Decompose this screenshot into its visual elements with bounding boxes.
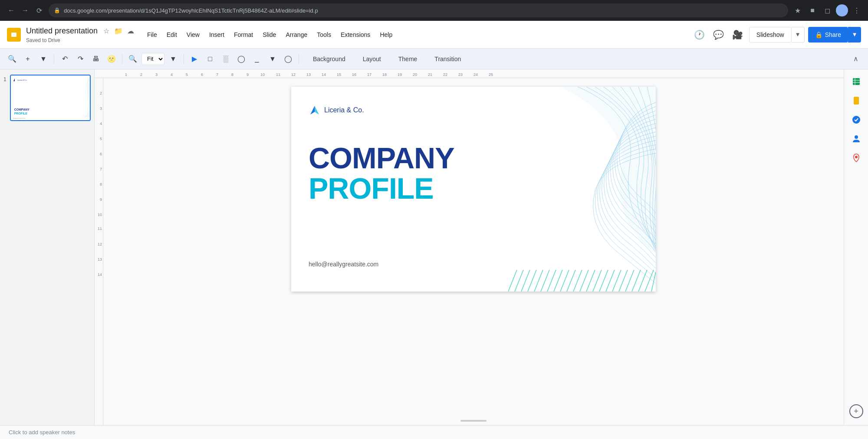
transition-button[interactable]: Transition bbox=[427, 52, 468, 66]
arrange-menu[interactable]: Arrange bbox=[281, 29, 312, 41]
view-menu[interactable]: View bbox=[182, 29, 204, 41]
tools-menu[interactable]: Tools bbox=[312, 29, 335, 41]
collapse-toolbar-button[interactable]: ∧ bbox=[849, 52, 863, 66]
share-button[interactable]: 🔒 Share bbox=[808, 27, 848, 43]
slide-panel: 1 Liceria & Co. COMPANY PROFILE bbox=[0, 69, 95, 425]
sidebar-keep-icon[interactable] bbox=[848, 92, 865, 109]
insert-menu[interactable]: Insert bbox=[205, 29, 229, 41]
redo-button[interactable]: ↷ bbox=[73, 52, 87, 66]
logo-text: Liceria & Co. bbox=[324, 106, 364, 114]
user-avatar[interactable] bbox=[836, 4, 848, 16]
cursor-tool[interactable]: ▶ bbox=[187, 52, 201, 66]
theme-button[interactable]: Theme bbox=[391, 52, 424, 66]
url-text: docs.google.com/presentation/d/1sQ1J4gTP… bbox=[64, 7, 318, 14]
thumb-profile-text: PROFILE bbox=[14, 112, 27, 115]
sidebar-sheets-icon[interactable] bbox=[848, 73, 865, 90]
help-menu[interactable]: Help bbox=[375, 29, 397, 41]
wave-decoration bbox=[456, 87, 656, 292]
divider-4 bbox=[299, 54, 299, 64]
saved-status-text: Saved to Drive bbox=[26, 37, 60, 43]
comments-button[interactable]: 💬 bbox=[711, 27, 727, 43]
cloud-button[interactable]: ☁ bbox=[125, 26, 136, 36]
layout-button[interactable]: Layout bbox=[356, 52, 388, 66]
canvas-scroll: Liceria & Co. bbox=[103, 78, 844, 425]
diagonal-lines-decoration bbox=[508, 270, 656, 292]
lock-share-icon: 🔒 bbox=[815, 31, 822, 38]
svg-line-6 bbox=[521, 270, 530, 292]
svg-line-24 bbox=[638, 270, 647, 292]
chrome-actions: ★ ■ ◻ ⋮ bbox=[792, 4, 863, 16]
bookmark-button[interactable]: ★ bbox=[792, 4, 804, 16]
svg-point-34 bbox=[855, 156, 858, 158]
slides-header: Untitled presentation ☆ 📁 ☁ Saved to Dri… bbox=[0, 21, 868, 49]
svg-line-20 bbox=[612, 270, 621, 292]
edit-menu[interactable]: Edit bbox=[162, 29, 181, 41]
notes-placeholder: Click to add speaker notes bbox=[9, 429, 75, 436]
sidebar-tasks-icon[interactable] bbox=[848, 111, 865, 128]
company-text: COMPANY bbox=[309, 143, 454, 173]
svg-line-12 bbox=[560, 270, 569, 292]
camera-button[interactable]: 🎥 bbox=[730, 27, 746, 43]
share-dropdown-button[interactable]: ▼ bbox=[848, 27, 861, 43]
title-icons: ☆ 📁 ☁ bbox=[101, 26, 136, 36]
zoom-in-button[interactable]: + bbox=[21, 52, 35, 66]
svg-line-13 bbox=[567, 270, 575, 292]
sidebar-maps-icon[interactable] bbox=[848, 149, 865, 167]
zoom-button[interactable]: 🔍 bbox=[126, 52, 140, 66]
share-btn-group: 🔒 Share ▼ bbox=[808, 27, 861, 43]
paint-format-button[interactable]: 🌝 bbox=[105, 52, 118, 66]
print-button[interactable]: 🖶 bbox=[89, 52, 103, 66]
slide-thumb-inner: Liceria & Co. COMPANY PROFILE hello@real… bbox=[11, 75, 90, 120]
svg-line-7 bbox=[528, 270, 536, 292]
slide-thumbnail[interactable]: Liceria & Co. COMPANY PROFILE hello@real… bbox=[10, 75, 91, 121]
zoom-in-dropdown[interactable]: ▼ bbox=[36, 52, 50, 66]
format-menu[interactable]: Format bbox=[230, 29, 257, 41]
notes-area[interactable]: Click to add speaker notes bbox=[0, 425, 868, 439]
select-tool[interactable]: □ bbox=[203, 52, 217, 66]
zoom-select[interactable]: Fit bbox=[141, 53, 164, 65]
slideshow-dropdown-button[interactable]: ▼ bbox=[792, 27, 805, 43]
sidebar-contacts-icon[interactable] bbox=[848, 130, 865, 147]
chrome-browser-bar: ← → ⟳ 🔒 docs.google.com/presentation/d/1… bbox=[0, 0, 868, 21]
image-tool[interactable]: ░ bbox=[219, 52, 233, 66]
search-button[interactable]: 🔍 bbox=[5, 52, 19, 66]
line-tool[interactable]: ⎯ bbox=[250, 52, 264, 66]
file-menu[interactable]: File bbox=[143, 29, 161, 41]
email-text: hello@reallygreatsite.com bbox=[309, 261, 378, 268]
reload-button[interactable]: ⟳ bbox=[33, 4, 45, 16]
back-button[interactable]: ← bbox=[5, 4, 17, 16]
shape-tool[interactable]: ◯ bbox=[234, 52, 248, 66]
presentation-title[interactable]: Untitled presentation bbox=[26, 26, 98, 36]
extensions-menu[interactable]: Extensions bbox=[336, 29, 375, 41]
svg-line-21 bbox=[619, 270, 628, 292]
ruler-horizontal: 1 2 3 4 5 6 7 8 9 10 11 12 13 14 15 16 1… bbox=[95, 69, 844, 78]
saved-status: Saved to Drive bbox=[26, 37, 136, 43]
window-button[interactable]: ◻ bbox=[821, 4, 833, 16]
slideshow-button[interactable]: Slideshow bbox=[749, 27, 792, 43]
address-bar[interactable]: 🔒 docs.google.com/presentation/d/1sQ1J4g… bbox=[49, 3, 788, 17]
forward-button[interactable]: → bbox=[19, 4, 31, 16]
resize-handle[interactable] bbox=[460, 420, 487, 422]
background-button[interactable]: Background bbox=[306, 52, 352, 66]
svg-line-10 bbox=[547, 270, 556, 292]
menu-button[interactable]: ⋮ bbox=[851, 4, 863, 16]
svg-line-5 bbox=[515, 270, 523, 292]
slide-thumb-container: 1 Liceria & Co. COMPANY PROFILE bbox=[3, 75, 91, 121]
add-addon-button[interactable]: + bbox=[849, 404, 863, 418]
thumb-company-text: COMPANY bbox=[14, 108, 30, 111]
slide-menu[interactable]: Slide bbox=[258, 29, 280, 41]
slide-canvas[interactable]: Liceria & Co. bbox=[291, 87, 656, 292]
nav-buttons: ← → ⟳ bbox=[5, 4, 45, 16]
svg-line-8 bbox=[534, 270, 543, 292]
zoom-dropdown-button[interactable]: ▼ bbox=[166, 52, 180, 66]
line-dropdown[interactable]: ▼ bbox=[266, 52, 279, 66]
svg-line-9 bbox=[541, 270, 549, 292]
history-button[interactable]: 🕐 bbox=[692, 27, 707, 43]
extension-button[interactable]: ■ bbox=[806, 4, 819, 16]
undo-button[interactable]: ↶ bbox=[58, 52, 72, 66]
slideshow-label: Slideshow bbox=[756, 31, 784, 38]
ruler-vertical: 2 3 4 5 6 7 8 9 10 11 12 13 14 bbox=[95, 78, 103, 425]
folder-button[interactable]: 📁 bbox=[113, 26, 124, 36]
star-button[interactable]: ☆ bbox=[101, 26, 112, 36]
textbox-tool[interactable]: ◯ bbox=[281, 52, 295, 66]
